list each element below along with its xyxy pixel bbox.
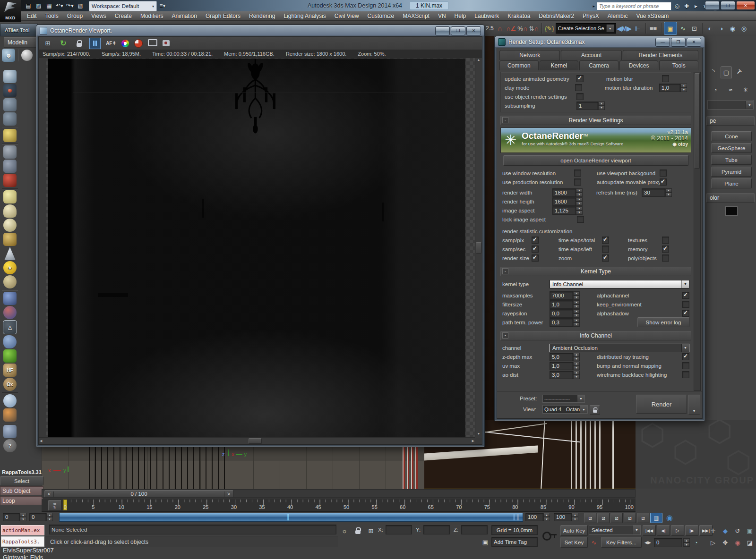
menu-views[interactable]: Views (87, 13, 111, 19)
key-icon[interactable]: ✚ (683, 1, 690, 11)
scroll-down-icon[interactable]: ▼ (475, 432, 482, 438)
frame-spinner[interactable]: ▲▼ (683, 538, 690, 547)
range-end-field[interactable]: 100 (554, 513, 572, 521)
menu-civil-view[interactable]: Civil View (330, 13, 363, 19)
selected-filter-dropdown[interactable]: Selected ▼ (589, 525, 641, 535)
teapot-icon[interactable] (3, 70, 17, 83)
collapse-icon[interactable]: - (502, 117, 508, 123)
maxsamples-spinner[interactable]: ▲▼ (573, 291, 580, 300)
gem-icon[interactable]: ◆ (720, 525, 730, 536)
canvas-vscrollbar[interactable]: ▲ ▼ (475, 58, 482, 438)
keep-environment-checkbox[interactable] (682, 301, 689, 308)
plane-button[interactable]: Plane (711, 178, 752, 188)
menu-customize[interactable]: Customize (363, 13, 399, 19)
redo-icon[interactable]: ↷▾ (65, 1, 75, 10)
connect-spheres-icon[interactable] (3, 306, 17, 319)
close-button[interactable]: ✕ (466, 26, 481, 35)
tab-network[interactable]: Network (499, 50, 560, 60)
menu-laubwerk[interactable]: Laubwerk (470, 13, 503, 19)
perspective-viewport[interactable]: x y z x y (42, 446, 424, 489)
octane-viewport-window[interactable]: OctaneRender Viewport. — ❐ ✕ ⊞ ↻ AF↟ (36, 25, 485, 447)
canvas-hscrollbar[interactable]: ◀ ▶ (39, 437, 475, 444)
plane-icon[interactable] (3, 190, 17, 203)
timeline-ruler[interactable]: ▭⇅ 0510 152025 303540 455055 606570 7580… (42, 499, 636, 512)
edit-named-selections-icon[interactable]: {✎} (544, 23, 555, 34)
absolute-offset-icon[interactable]: ⊞ (366, 525, 376, 536)
auto-key-button[interactable]: Auto Key (560, 525, 588, 536)
dome-icon[interactable] (3, 204, 17, 218)
time-total-checkbox[interactable] (602, 237, 609, 244)
range-end-spinner[interactable]: ▲▼ (572, 513, 578, 521)
isolate-bulb-icon[interactable]: ☼ (339, 525, 350, 536)
render-size-checkbox[interactable] (532, 254, 539, 262)
menu-animation[interactable]: Animation (168, 13, 201, 19)
maxsamples-field[interactable]: 7000 (550, 291, 573, 300)
systems-icon[interactable]: ✳ (740, 84, 751, 95)
menu-alembic[interactable]: Alembic (603, 13, 632, 19)
filtersize-field[interactable]: 1,0 (550, 300, 573, 309)
motion-blur-duration-field[interactable]: 1,0 (659, 84, 680, 92)
cone-icon[interactable] (3, 247, 17, 260)
motion-blur-checkbox[interactable] (662, 75, 669, 82)
subsampling-field[interactable]: 1 (576, 102, 598, 110)
time-slider-handle[interactable]: < 0 / 100 > (44, 490, 233, 498)
minimize-button[interactable]: — (705, 1, 720, 10)
memory-checkbox[interactable] (662, 246, 669, 253)
menu-edit[interactable]: Edit (23, 13, 41, 19)
collapse-icon[interactable]: - (502, 332, 508, 339)
set-key-button[interactable]: Set Key (560, 537, 588, 548)
save-file-icon[interactable]: ▦ (44, 1, 54, 10)
schematic-view-icon[interactable]: ⊡ (689, 23, 700, 34)
script-doc-icon[interactable] (3, 425, 17, 438)
pan-gizmo-icon[interactable]: ✛ (708, 525, 718, 536)
path-term-spinner[interactable]: ▲▼ (573, 318, 580, 327)
render-options-button[interactable]: ▾ (688, 395, 700, 415)
project-folder-icon[interactable]: ▧ (76, 1, 85, 10)
next-frame-button[interactable]: |▶ (685, 525, 698, 536)
object-type-rollout[interactable]: pe (706, 116, 755, 126)
grass-icon[interactable] (3, 349, 17, 363)
lock-aspect-checkbox[interactable] (577, 216, 584, 223)
render-setup-dialog[interactable]: Render Setup: Octane3dsmax — ❐ ✕ Network… (494, 36, 705, 421)
close-button[interactable]: ✕ (687, 38, 701, 47)
time-slider-track[interactable]: < 0 / 100 > (42, 489, 636, 498)
update-animated-checkbox[interactable] (576, 75, 584, 82)
blue-sphere-icon[interactable] (3, 394, 17, 407)
view-dropdown[interactable]: Quad 4 - Octan ▼ (542, 405, 588, 414)
use-viewport-bg-checkbox[interactable] (660, 169, 667, 177)
material-sphere-icon[interactable] (21, 50, 33, 61)
autoupdate-proxy-checkbox[interactable] (660, 178, 667, 186)
render-preview-icon[interactable] (3, 84, 17, 97)
next-frame-button[interactable]: > (224, 491, 233, 497)
uvmax-spinner[interactable]: ▲▼ (573, 362, 580, 370)
hairfarm-icon[interactable]: HF (3, 364, 17, 377)
menu-create[interactable]: Create (111, 13, 136, 19)
tab-tools[interactable]: Tools (659, 60, 698, 70)
rendered-frame-icon[interactable]: ◑ (716, 23, 727, 34)
sphere-icon[interactable] (3, 219, 17, 232)
y-coord-field[interactable] (423, 525, 450, 534)
key-step-icon[interactable]: ◀▶ (643, 537, 653, 548)
tab-camera[interactable]: Camera (579, 60, 619, 70)
render-dialog-icon[interactable] (3, 112, 17, 126)
preset-dropdown[interactable]: ------------------ ▼ (542, 395, 585, 403)
menu-vn[interactable]: VN (434, 13, 450, 19)
search-input[interactable] (597, 2, 671, 10)
render-width-field[interactable]: 1800 (552, 188, 576, 197)
tab-kernel[interactable]: Kernel (540, 60, 579, 70)
clay-mode-checkbox[interactable] (575, 84, 582, 91)
spinner-snap-icon[interactable]: ⇅∩ (529, 23, 539, 34)
rappatools-select-button[interactable]: Select (0, 476, 43, 485)
search-expand-icon[interactable]: ▸ (593, 4, 595, 8)
restart-render-icon[interactable]: ↻ (58, 38, 69, 49)
open-octane-viewport-button[interactable]: open OctaneRender viewport (503, 155, 688, 166)
menu-modifiers[interactable]: Modifiers (136, 13, 168, 19)
rollout-kernel-type[interactable]: - Kernel Type (500, 267, 691, 276)
play-button[interactable]: ▷ (671, 525, 684, 536)
tab-utilities-icon[interactable]: ◝ (708, 66, 719, 77)
prev-frame-button[interactable]: < (45, 491, 54, 497)
snap-toggle-icon[interactable]: ∩ (495, 23, 505, 34)
prev-frame-button[interactable]: ◀| (657, 525, 670, 536)
menu-physx[interactable]: PhysX (578, 13, 603, 19)
help-icon[interactable]: ? (3, 439, 17, 452)
